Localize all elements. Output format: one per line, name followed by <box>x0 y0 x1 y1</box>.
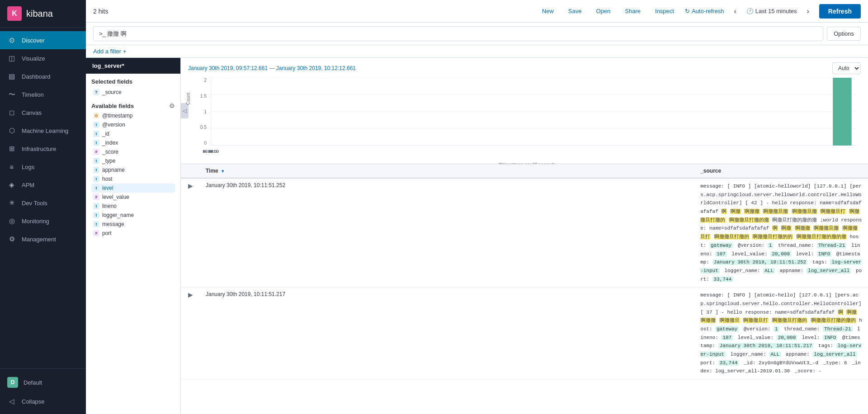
list-item[interactable]: t appname <box>91 165 175 174</box>
field-type-icon: t <box>93 203 99 209</box>
right-panel: ◁ January 30th 2019, 09:57:12.661 — Janu… <box>181 58 868 414</box>
sidebar-item-timelion[interactable]: 〜 Timelion <box>0 85 86 104</box>
source-cell: message: [ INFO ] [atomic-hello] [127.0.… <box>695 287 868 380</box>
time-next-button[interactable]: › <box>804 6 812 16</box>
clock-icon: 🕐 <box>746 8 754 14</box>
highlight-text: 啊撤撤 <box>744 209 760 214</box>
table-row: ▶ January 30th 2019, 10:11:51.252 messag… <box>181 178 868 287</box>
highlight-text: 啊 <box>838 310 844 315</box>
auto-refresh-button[interactable]: ↻ Auto-refresh <box>685 8 724 14</box>
share-button[interactable]: Share <box>621 6 644 16</box>
hits-count: 2 hits <box>93 8 108 15</box>
list-item[interactable]: # port <box>91 229 175 238</box>
time-cell: January 30th 2019, 10:11:51.217 <box>200 287 695 380</box>
field-type-icon: # <box>93 149 99 155</box>
devtools-icon: ✳ <box>7 198 16 207</box>
field-name: level <box>102 185 113 191</box>
infrastructure-icon: ⊞ <box>7 144 16 153</box>
expand-row-button[interactable]: ▶ <box>186 291 195 298</box>
highlight-text: 啊撤撤旦打 <box>743 318 769 323</box>
list-item[interactable]: t lineno <box>91 202 175 211</box>
highlight-text: 啊撤撤旦撤 <box>763 209 788 214</box>
list-item[interactable]: t host <box>91 174 175 183</box>
list-item[interactable]: # level_value <box>91 193 175 202</box>
refresh-button[interactable]: Refresh <box>819 4 861 19</box>
sidebar-item-label: APM <box>22 182 34 188</box>
chart-svg <box>211 78 856 146</box>
source-cell: message: [ INFO ] [atomic-helloworld] [1… <box>695 178 868 287</box>
list-item[interactable]: t @version <box>91 120 175 129</box>
sidebar-item-dashboard[interactable]: ▤ Dashboard <box>0 67 86 85</box>
highlight-text: 啊撤撤旦撤 <box>813 226 839 231</box>
logs-icon: ≡ <box>7 162 16 171</box>
list-item[interactable]: t _index <box>91 138 175 147</box>
highlight-text: 啊撤 <box>781 226 792 231</box>
list-item[interactable]: ? _source <box>91 88 175 97</box>
inspect-button[interactable]: Inspect <box>651 6 678 16</box>
index-pattern[interactable]: log_server* <box>86 58 180 74</box>
list-item[interactable]: ⊙ @timestamp <box>91 111 175 120</box>
sidebar-item-discover[interactable]: ⊙ Discover <box>0 31 86 49</box>
new-button[interactable]: New <box>538 6 557 16</box>
field-type-icon: t <box>93 185 99 191</box>
options-button[interactable]: Options <box>827 27 861 41</box>
field-type-icon: ? <box>93 89 99 95</box>
highlight-text: 啊撤 <box>846 310 857 315</box>
field-type-icon: t <box>93 158 99 164</box>
field-name: _id <box>102 131 109 137</box>
open-button[interactable]: Open <box>592 6 614 16</box>
fields-settings-icon[interactable]: ⚙ <box>169 102 175 109</box>
highlight-text: 啊撤撤旦打撤的撤的 <box>811 318 856 323</box>
list-item[interactable]: t message <box>91 220 175 229</box>
sidebar-item-monitoring[interactable]: ◎ Monitoring <box>0 212 86 230</box>
list-item[interactable]: # _score <box>91 147 175 156</box>
selected-fields-section: Selected fields ? _source <box>86 74 180 99</box>
sidebar-item-visualize[interactable]: ◫ Visualize <box>0 49 86 67</box>
query-input[interactable] <box>93 26 823 41</box>
collapse-icon: ◁ <box>7 397 16 406</box>
list-item[interactable]: t level <box>91 183 175 193</box>
sidebar-item-logs[interactable]: ≡ Logs <box>0 158 86 176</box>
chart-collapse-button[interactable]: ◁ <box>181 103 189 118</box>
apm-icon: ◈ <box>7 180 16 189</box>
sidebar-item-label: Discover <box>22 37 45 44</box>
management-icon: ⚙ <box>7 235 16 244</box>
save-button[interactable]: Save <box>565 6 585 16</box>
user-default-item[interactable]: D Default <box>0 372 86 392</box>
list-item[interactable]: t logger_name <box>91 211 175 220</box>
field-name: _score <box>102 149 118 155</box>
sidebar-item-label: Canvas <box>22 109 42 116</box>
add-filter-button[interactable]: Add a filter + <box>93 48 126 55</box>
sidebar-item-collapse[interactable]: ◁ Collapse <box>0 392 86 410</box>
query-bar: Options <box>86 23 868 45</box>
results-table: Time ▾ _source ▶ <box>181 164 868 380</box>
field-type-icon: # <box>93 230 99 236</box>
field-name: lineno <box>102 203 117 209</box>
topbar-left: 2 hits <box>93 8 108 15</box>
list-item[interactable]: t _type <box>91 156 175 165</box>
left-panel: log_server* Selected fields ? _source Av… <box>86 58 181 414</box>
chart-area: ◁ January 30th 2019, 09:57:12.661 — Janu… <box>181 58 868 164</box>
kibana-logo-text: kibana <box>26 9 53 19</box>
auto-select[interactable]: Auto <box>832 62 861 74</box>
kibana-logo-icon: K <box>7 6 22 21</box>
available-fields-title: Available fields <box>91 103 134 109</box>
highlight-text: 啊撤撤 <box>700 318 716 323</box>
time-prev-button[interactable]: ‹ <box>731 6 739 16</box>
sidebar-item-management[interactable]: ⚙ Management <box>0 230 86 248</box>
highlight-text: 啊撤 <box>730 209 741 214</box>
highlight-text: 啊撤撤旦打撤的的 <box>752 234 793 240</box>
highlight-text: 啊撤撤旦打撤的撤 <box>729 217 769 223</box>
selected-fields-title: Selected fields <box>91 78 175 85</box>
sidebar-item-ml[interactable]: ⬡ Machine Learning <box>0 122 86 140</box>
sort-icon[interactable]: ▾ <box>222 169 224 174</box>
sidebar-item-infrastructure[interactable]: ⊞ Infrastructure <box>0 140 86 158</box>
sidebar-item-devtools[interactable]: ✳ Dev Tools <box>0 194 86 212</box>
sidebar-item-label: Machine Learning <box>22 127 68 134</box>
sidebar-item-apm[interactable]: ◈ APM <box>0 176 86 194</box>
sidebar-item-canvas[interactable]: ◻ Canvas <box>0 104 86 122</box>
expand-row-button[interactable]: ▶ <box>186 182 195 189</box>
list-item[interactable]: t _id <box>91 129 175 138</box>
time-range-picker[interactable]: 🕐 Last 15 minutes <box>746 8 797 14</box>
monitoring-icon: ◎ <box>7 216 16 226</box>
